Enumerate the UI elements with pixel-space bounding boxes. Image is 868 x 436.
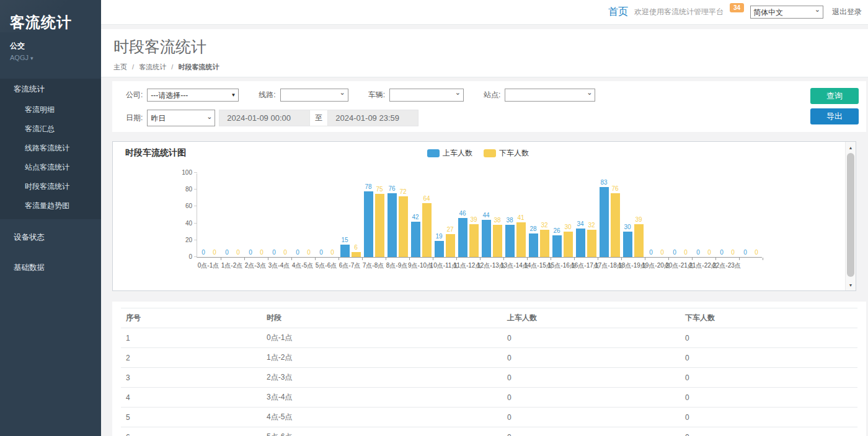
table-cell: 0 (502, 348, 680, 368)
bar-group-下车人数: 0 (281, 249, 290, 257)
table-cell: 0 (680, 408, 857, 427)
breadcrumb-home[interactable]: 主页 (113, 63, 127, 71)
breadcrumb-current: 时段客流统计 (178, 63, 219, 71)
bar-group-上车人数: 0 (717, 249, 727, 257)
export-button[interactable]: 导出 (810, 108, 859, 124)
bar (540, 230, 549, 257)
bar-group-下车人数: 0 (752, 249, 761, 257)
company-select[interactable]: ---请选择--- (147, 89, 239, 102)
language-select-wrap: 简体中文 (750, 6, 823, 19)
data-table-panel: 序号 时段 上车人数 下车人数 10点-1点0021点-2点0032点-3点00… (112, 302, 866, 436)
bar-value-label: 46 (459, 210, 466, 217)
legend-item-alighting[interactable]: 下车人数 (484, 148, 529, 159)
bar-value-label: 76 (611, 185, 618, 192)
chart-category: 00 (315, 173, 339, 257)
legend-item-boarding[interactable]: 上车人数 (427, 148, 472, 159)
bar-value-label: 26 (553, 227, 560, 234)
x-axis-tick-label: 5点-6点 (314, 261, 338, 270)
bar-value-label: 0 (330, 249, 334, 256)
filter-actions: 查询 导出 (810, 88, 859, 124)
bar-value-label: 42 (412, 214, 418, 220)
company-code-dropdown[interactable]: AQGJ▾ (10, 54, 92, 61)
sidebar-item-trend-chart[interactable]: 客流量趋势图 (0, 196, 101, 216)
sidebar: 客流统计 公交 AQGJ▾ 客流统计 客流明细 客流汇总 线路客流统计 站点客流… (0, 0, 101, 436)
bar-value-label: 0 (296, 249, 299, 256)
logout-link[interactable]: 退出登录 (832, 7, 862, 17)
scrollbar-down-arrow-icon[interactable]: ▼ (846, 280, 856, 290)
sidebar-item-passenger-detail[interactable]: 客流明细 (0, 100, 101, 120)
table-cell: 0 (502, 368, 680, 388)
filter-row-1: 公司: ---请选择--- 线路: 车 (126, 89, 857, 102)
table-cell: 0 (680, 348, 857, 368)
scrollbar-thumb[interactable] (847, 153, 854, 277)
col-header-period: 时段 (262, 308, 502, 328)
bar-value-label: 15 (341, 237, 348, 243)
table-row: 54点-5点00 (121, 408, 857, 427)
sidebar-profile: 公交 AQGJ▾ (0, 32, 101, 63)
date-range-group: 至 (219, 110, 418, 126)
chart-vertical-scrollbar[interactable]: ▲ ▼ (845, 142, 856, 290)
y-axis-tick-label: 20 (185, 237, 192, 243)
breadcrumb-passenger-stats[interactable]: 客流统计 (139, 63, 166, 71)
date-to-input[interactable] (327, 110, 418, 126)
sidebar-item-passenger-summary[interactable]: 客流汇总 (0, 120, 101, 139)
bar-group-下车人数: 75 (375, 186, 384, 257)
station-select[interactable] (505, 89, 595, 102)
bar-group-上车人数: 0 (223, 249, 232, 257)
bar-group-上车人数: 38 (505, 217, 515, 257)
x-axis-tick-label: 18点-19点 (621, 261, 644, 270)
x-axis-tick-label: 10点-11点 (432, 261, 456, 270)
x-axis-tick-label: 16点-17点 (574, 261, 597, 270)
language-select[interactable]: 简体中文 (750, 6, 823, 19)
y-axis-tick-mark (194, 223, 197, 224)
bar-group-上车人数: 42 (411, 214, 420, 257)
bar-value-label: 0 (649, 249, 653, 256)
bar-group-下车人数: 0 (728, 249, 738, 257)
table-cell: 0 (502, 427, 680, 436)
x-axis-tick-label: 17点-18点 (597, 261, 621, 270)
x-axis-tick-label: 2点-3点 (244, 261, 267, 270)
date-preset-select[interactable]: 昨日 (147, 110, 215, 126)
table-cell: 3点-4点 (262, 388, 502, 408)
breadcrumb-separator: / (132, 63, 134, 71)
bar-value-label: 0 (236, 249, 240, 256)
home-link[interactable]: 首页 (608, 6, 628, 19)
sidebar-item-period-stats[interactable]: 时段客流统计 (0, 177, 101, 196)
sidebar-item-station-stats[interactable]: 站点客流统计 (0, 158, 101, 177)
table-cell: 3 (121, 368, 262, 388)
bar-value-label: 32 (588, 222, 595, 229)
table-row: 10点-1点00 (121, 328, 857, 348)
sidebar-item-device-status[interactable]: 设备状态 (0, 225, 101, 250)
bar-value-label: 0 (720, 249, 724, 256)
bar-group-下车人数: 6 (352, 244, 361, 257)
chart-category: 3432 (574, 173, 598, 257)
table-cell: 4点-5点 (262, 408, 502, 427)
bar (352, 252, 361, 257)
line-select[interactable] (280, 89, 348, 102)
date-from-input[interactable] (219, 110, 310, 126)
table-row: 65点-6点00 (121, 427, 857, 436)
table-cell: 0 (680, 388, 857, 408)
scrollbar-up-arrow-icon[interactable]: ▲ (846, 142, 856, 152)
sidebar-item-passenger-stats[interactable]: 客流统计 (0, 79, 101, 100)
y-axis-tick-mark (194, 206, 197, 206)
sidebar-item-base-data[interactable]: 基础数据 (0, 256, 101, 280)
notification-badge[interactable]: 34 (730, 3, 744, 12)
x-axis-tick-label: 20点-21点 (668, 261, 691, 270)
table-row: 43点-4点00 (121, 388, 857, 408)
bar (576, 229, 585, 257)
bar-value-label: 0 (272, 249, 276, 256)
bar-group-上车人数: 0 (199, 249, 208, 257)
bar-value-label: 0 (249, 249, 252, 256)
bar (505, 225, 515, 257)
table-cell: 2 (121, 348, 262, 368)
vehicle-select[interactable] (389, 89, 464, 102)
x-axis-tick-label: 7点-8点 (361, 261, 385, 270)
chart-category: 00 (668, 173, 692, 257)
legend-label-boarding: 上车人数 (443, 148, 472, 159)
welcome-text: 欢迎使用客流统计管理平台 (634, 7, 724, 17)
query-button[interactable]: 查询 (810, 88, 859, 104)
sidebar-item-line-stats[interactable]: 线路客流统计 (0, 139, 101, 158)
x-axis-tick-label: 22点-23点 (715, 261, 738, 270)
table-header-row: 序号 时段 上车人数 下车人数 (121, 308, 857, 328)
